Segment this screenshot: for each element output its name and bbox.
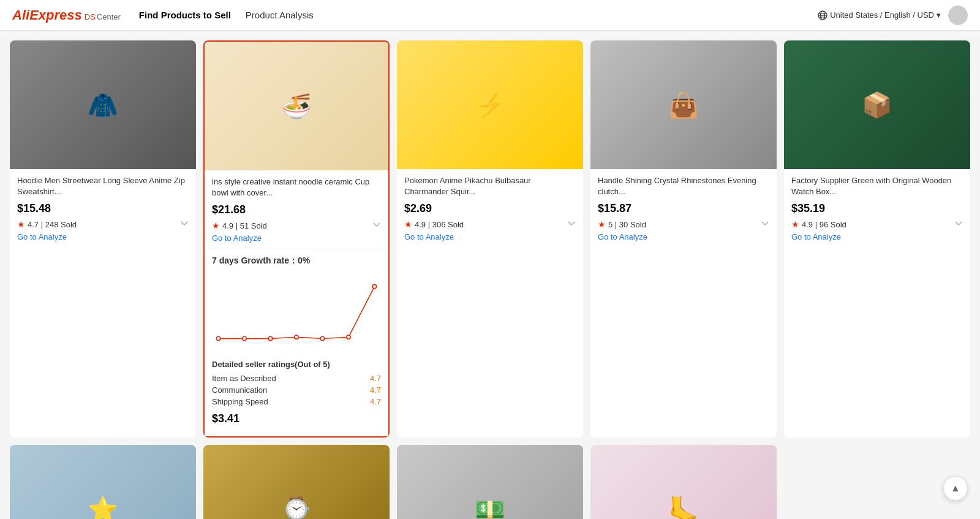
scroll-top-button[interactable]: ▲ bbox=[943, 476, 968, 501]
product-info-watchbox: Factory Supplier Green with Original Woo… bbox=[784, 169, 970, 248]
product-image-placeholder-money: 💵 bbox=[397, 445, 583, 519]
svg-point-7 bbox=[268, 336, 272, 340]
rating-value: 4.7 bbox=[370, 397, 381, 406]
product-rating-watchbox: ★4.9 | 96 Sold bbox=[791, 219, 846, 229]
product-chevron-watchbox[interactable] bbox=[954, 219, 963, 230]
product-card-clutch[interactable]: 👜Handle Shining Crystal Rhinestones Even… bbox=[590, 40, 777, 438]
avatar[interactable] bbox=[948, 6, 968, 25]
header-right: United States / English / USD ▾ bbox=[818, 6, 968, 25]
product-grid: 🧥Hoodie Men Streetwear Long Sleeve Anime… bbox=[10, 40, 970, 519]
rating-value: 4.7 bbox=[370, 385, 381, 395]
product-image-placeholder-watches: ⌚ bbox=[203, 445, 390, 519]
product-image-hoodie: 🧥 bbox=[10, 40, 196, 169]
product-meta-pokemon: ★4.9 | 306 Sold bbox=[404, 219, 576, 230]
logo-express: Express bbox=[29, 7, 82, 23]
star-icon: ★ bbox=[404, 219, 412, 229]
expanded-panel-noodle: 7 days Growth rate：0%Detailed seller rat… bbox=[205, 249, 388, 436]
svg-point-5 bbox=[216, 336, 220, 340]
product-chevron-clutch[interactable] bbox=[761, 219, 769, 230]
rating-value: 4.9 | 51 Sold bbox=[222, 221, 267, 230]
product-image-placeholder-watchbox: 📦 bbox=[784, 40, 970, 169]
product-chevron-hoodie[interactable] bbox=[180, 219, 189, 230]
lang-chevron-icon: ▾ bbox=[937, 10, 941, 20]
product-card-sweatshirt[interactable]: ⭐Vintage Sweatshirt Ladies Casual Star P… bbox=[10, 445, 196, 519]
logo[interactable]: AliExpress DS Center bbox=[12, 7, 121, 23]
product-title-watchbox: Factory Supplier Green with Original Woo… bbox=[791, 175, 963, 199]
scroll-top-icon: ▲ bbox=[951, 483, 960, 494]
product-meta-watchbox: ★4.9 | 96 Sold bbox=[791, 219, 963, 230]
product-card-pokemon[interactable]: ⚡Pokemon Anime Pikachu Bulbasaur Charman… bbox=[397, 40, 583, 438]
product-image-placeholder-clutch: 👜 bbox=[590, 40, 777, 169]
go-analyze-watchbox[interactable]: Go to Analyze bbox=[791, 232, 963, 241]
product-image-placeholder-sweatshirt: ⭐ bbox=[10, 445, 196, 519]
rating-label: Item as Described bbox=[212, 374, 276, 383]
product-image-money: 💵 bbox=[397, 445, 583, 519]
star-icon: ★ bbox=[212, 221, 220, 230]
nav-find-products[interactable]: Find Products to Sell bbox=[139, 10, 231, 20]
product-price-clutch: $15.87 bbox=[598, 202, 769, 215]
language-selector[interactable]: United States / English / USD ▾ bbox=[818, 10, 941, 20]
product-image-pokemon: ⚡ bbox=[397, 40, 583, 169]
rating-value: 4.9 | 306 Sold bbox=[415, 220, 464, 229]
rating-row: Item as Described4.7 bbox=[212, 374, 381, 383]
product-image-sweatshirt: ⭐ bbox=[10, 445, 196, 519]
product-info-noodle: ins style creative instant noodle cerami… bbox=[205, 170, 388, 249]
product-card-noodle[interactable]: 🍜ins style creative instant noodle ceram… bbox=[203, 40, 390, 438]
product-image-placeholder-pokemon: ⚡ bbox=[397, 40, 583, 169]
sales-chart bbox=[212, 273, 381, 352]
product-card-money[interactable]: 💵Luxury Money Clutch Rhinestone Purse 10… bbox=[397, 445, 583, 519]
svg-point-9 bbox=[320, 336, 324, 340]
product-chevron-noodle[interactable] bbox=[372, 220, 381, 231]
product-price-noodle: $21.68 bbox=[212, 203, 381, 216]
product-price-expanded-noodle: $3.41 bbox=[212, 412, 381, 425]
rating-label: Shipping Speed bbox=[212, 397, 268, 406]
product-card-foot[interactable]: 🦶Foot Washing Brush Silicone Bath Foot M… bbox=[590, 445, 777, 519]
product-rating-hoodie: ★4.7 | 248 Sold bbox=[17, 219, 77, 229]
main-content: 🧥Hoodie Men Streetwear Long Sleeve Anime… bbox=[0, 31, 980, 519]
product-rating-clutch: ★5 | 30 Sold bbox=[598, 219, 646, 229]
product-card-hoodie[interactable]: 🧥Hoodie Men Streetwear Long Sleeve Anime… bbox=[10, 40, 196, 438]
star-icon: ★ bbox=[598, 219, 606, 229]
rating-row: Communication4.7 bbox=[212, 385, 381, 395]
star-icon: ★ bbox=[791, 219, 799, 229]
go-analyze-clutch[interactable]: Go to Analyze bbox=[598, 232, 769, 241]
svg-point-10 bbox=[347, 335, 350, 339]
rating-value: 4.7 bbox=[370, 374, 381, 383]
logo-ds: DS bbox=[85, 12, 96, 21]
product-image-placeholder-hoodie: 🧥 bbox=[10, 40, 196, 169]
main-nav: Find Products to Sell Product Analysis bbox=[139, 10, 314, 20]
go-analyze-pokemon[interactable]: Go to Analyze bbox=[404, 232, 576, 241]
product-title-noodle: ins style creative instant noodle cerami… bbox=[212, 176, 381, 200]
svg-point-6 bbox=[243, 336, 246, 340]
globe-icon bbox=[818, 10, 827, 20]
product-info-hoodie: Hoodie Men Streetwear Long Sleeve Anime … bbox=[10, 169, 196, 248]
product-price-watchbox: $35.19 bbox=[791, 202, 963, 215]
product-price-hoodie: $15.48 bbox=[17, 202, 189, 215]
product-image-watchbox: 📦 bbox=[784, 40, 970, 169]
product-chevron-pokemon[interactable] bbox=[567, 219, 576, 230]
nav-product-analysis[interactable]: Product Analysis bbox=[246, 10, 314, 20]
product-title-clutch: Handle Shining Crystal Rhinestones Eveni… bbox=[598, 175, 769, 199]
product-info-clutch: Handle Shining Crystal Rhinestones Eveni… bbox=[590, 169, 777, 248]
header: AliExpress DS Center Find Products to Se… bbox=[0, 0, 980, 31]
go-analyze-hoodie[interactable]: Go to Analyze bbox=[17, 232, 189, 241]
product-image-clutch: 👜 bbox=[590, 40, 777, 169]
chart-svg bbox=[212, 273, 381, 352]
product-image-noodle: 🍜 bbox=[205, 42, 388, 170]
product-meta-clutch: ★5 | 30 Sold bbox=[598, 219, 769, 230]
growth-rate-label: 7 days Growth rate：0% bbox=[212, 256, 381, 267]
rating-label: Communication bbox=[212, 385, 267, 395]
product-meta-hoodie: ★4.7 | 248 Sold bbox=[17, 219, 189, 230]
svg-point-8 bbox=[295, 335, 298, 339]
rating-value: 4.7 | 248 Sold bbox=[28, 220, 77, 229]
product-image-placeholder-noodle: 🍜 bbox=[205, 42, 388, 170]
rating-row: Shipping Speed4.7 bbox=[212, 397, 381, 406]
rating-value: 5 | 30 Sold bbox=[608, 220, 646, 229]
product-card-watches[interactable]: ⌚2022 Fashion Luxury Watches Men Classic… bbox=[203, 445, 390, 519]
product-image-placeholder-foot: 🦶 bbox=[590, 445, 777, 519]
go-analyze-noodle[interactable]: Go to Analyze bbox=[212, 233, 381, 243]
product-meta-noodle: ★4.9 | 51 Sold bbox=[212, 220, 381, 231]
product-card-watchbox[interactable]: 📦Factory Supplier Green with Original Wo… bbox=[784, 40, 970, 438]
product-price-pokemon: $2.69 bbox=[404, 202, 576, 215]
star-icon: ★ bbox=[17, 219, 25, 229]
